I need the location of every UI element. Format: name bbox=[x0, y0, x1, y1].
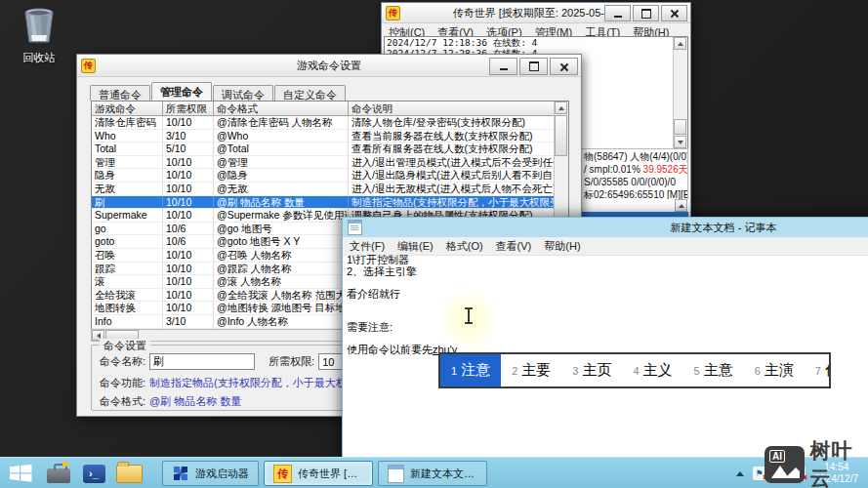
log-scrollbar[interactable] bbox=[673, 37, 687, 148]
text-line bbox=[347, 311, 868, 323]
table-cell: 制造指定物品(支持权限分配，小于最大权限受允许、禁 bbox=[349, 196, 555, 210]
notepad-titlebar[interactable]: 新建文本文档 - 记事本 bbox=[343, 218, 868, 237]
table-header-cell[interactable]: 所需权限 bbox=[163, 102, 214, 116]
table-cell: @管理 bbox=[214, 156, 349, 170]
table-cell: @刷 物品名称 数量 bbox=[214, 196, 349, 210]
server-manager-icon[interactable] bbox=[41, 458, 76, 488]
candidate-text: 主要 bbox=[521, 361, 551, 380]
ime-candidate-bar: 1注意2主要3主页4主义5主意6主演7住院 bbox=[438, 352, 831, 388]
table-cell: @召唤 人物名称 bbox=[214, 249, 349, 263]
menu-item[interactable]: 帮助(H) bbox=[544, 239, 580, 254]
table-row[interactable]: 管理10/10@管理进入/退出管理员模式(进入模式后不会受到任何角色攻击 bbox=[92, 156, 555, 170]
table-cell: 查看当前服务器在线人数(支持权限分配) bbox=[349, 130, 555, 143]
table-cell: 地图转换 bbox=[92, 302, 163, 315]
taskbar-app-legend-world[interactable]: 传 传奇世界 [授权期... bbox=[264, 461, 373, 486]
tab-自定义命令[interactable]: 自定义命令 bbox=[274, 85, 346, 101]
menu-item[interactable]: 编辑(E) bbox=[397, 239, 434, 254]
table-cell: @清除仓库密码 人物名称 bbox=[214, 116, 349, 130]
table-cell: 全给我滚 bbox=[92, 289, 163, 303]
minimize-button[interactable] bbox=[604, 5, 631, 21]
table-cell: @Total bbox=[214, 142, 349, 156]
table-cell: @全给我滚 人物名称 范围大小 bbox=[214, 289, 349, 303]
table-header-cell[interactable]: 命令格式 bbox=[214, 102, 349, 116]
recycle-bin-label: 回收站 bbox=[10, 51, 68, 65]
ime-candidate[interactable]: 5主意 bbox=[683, 354, 744, 386]
table-row[interactable]: 清除仓库密码10/10@清除仓库密码 人物名称清除人物仓库/登录密码(支持权限分… bbox=[92, 116, 555, 130]
table-cell: 10/10 bbox=[163, 116, 214, 130]
watermark: AI 树叶云 bbox=[765, 437, 868, 488]
table-cell: Who bbox=[92, 130, 163, 143]
game-app-icon: 传 bbox=[386, 6, 400, 20]
file-explorer-icon[interactable] bbox=[111, 458, 146, 488]
table-row[interactable]: Who3/10@Who查看当前服务器在线人数(支持权限分配) bbox=[92, 130, 555, 143]
taskbar-app-game-launcher[interactable]: 游戏启动器 bbox=[162, 461, 259, 486]
table-row[interactable]: 隐身10/10@隐身进入/退出隐身模式(进入模式后别人看不到自己)(支持权 bbox=[92, 169, 555, 183]
show-hidden-icons-icon[interactable] bbox=[736, 471, 744, 476]
start-button[interactable] bbox=[0, 458, 41, 488]
scroll-down-icon[interactable] bbox=[674, 136, 686, 148]
table-header-row: 游戏命令所需权限命令格式命令说明 bbox=[92, 102, 568, 116]
maximize-button[interactable] bbox=[519, 58, 548, 75]
table-cell: 管理 bbox=[92, 156, 163, 170]
ime-candidate[interactable]: 7住院 bbox=[805, 354, 831, 386]
dialog-app-icon: 传 bbox=[81, 59, 96, 73]
game-window-titlebar[interactable]: 传 传奇世界 [授权期限至: 2025-05-01] bbox=[382, 3, 690, 23]
table-row[interactable]: 无敌10/10@无敌进入/退出无敌模式(进入模式后人物不会死亡)(支持权限 bbox=[92, 183, 555, 196]
powershell-icon[interactable]: ›_ bbox=[76, 458, 111, 488]
command-function-label: 命令功能: bbox=[100, 376, 145, 390]
text-line: 看介绍就行 bbox=[347, 289, 868, 301]
ime-candidate[interactable]: 2主要 bbox=[501, 354, 561, 386]
recycle-bin[interactable]: 回收站 bbox=[10, 6, 68, 65]
command-format-value: @刷 物品名称 数量 bbox=[149, 394, 241, 409]
scroll-thumb[interactable] bbox=[674, 119, 686, 135]
ime-candidate[interactable]: 4主义 bbox=[622, 354, 682, 386]
license-days-remaining: 39.9526天 bbox=[643, 164, 688, 175]
desktop: 回收站 传 传奇世界 [授权期限至: 2025-05-01] 控制(C)查看(V… bbox=[0, 0, 868, 488]
table-cell: Supermake bbox=[92, 209, 163, 223]
menu-item[interactable]: 格式(O) bbox=[446, 239, 483, 254]
table-cell: 清除仓库密码 bbox=[92, 116, 163, 130]
tab-普通命令[interactable]: 普通命令 bbox=[90, 85, 150, 101]
menu-item[interactable]: 文件(F) bbox=[350, 239, 385, 254]
candidate-text: 主页 bbox=[582, 361, 611, 380]
command-name-input[interactable] bbox=[149, 353, 255, 370]
table-cell: Info bbox=[92, 315, 163, 329]
text-cursor-icon bbox=[468, 308, 470, 323]
close-button[interactable] bbox=[550, 58, 578, 75]
table-cell: @滚 人物名称 bbox=[214, 275, 349, 289]
scroll-up-icon[interactable] bbox=[675, 199, 687, 212]
tab-调试命令[interactable]: 调试命令 bbox=[213, 85, 273, 101]
close-button[interactable] bbox=[661, 5, 687, 21]
tab-管理命令[interactable]: 管理命令 bbox=[151, 82, 212, 101]
notepad-menu-bar: 文件(F)编辑(E)格式(O)查看(V)帮助(H) bbox=[343, 237, 868, 256]
taskbar-app-notepad[interactable]: 新建文本文档 - ... bbox=[378, 461, 487, 486]
notepad-icon bbox=[388, 465, 404, 483]
ime-candidate[interactable]: 6主演 bbox=[744, 354, 805, 386]
table-cell: @goto 地图号 X Y bbox=[214, 235, 349, 249]
menu-item[interactable]: 查看(V) bbox=[496, 239, 532, 254]
table-cell: @go 地图号 bbox=[214, 223, 349, 236]
table-header-cell[interactable]: 游戏命令 bbox=[92, 102, 163, 116]
scroll-up-icon[interactable] bbox=[555, 102, 567, 114]
table-row[interactable]: Total5/10@Total查看所有服务器在线人数(支持权限分配) bbox=[92, 142, 555, 156]
minimize-button[interactable] bbox=[489, 58, 517, 75]
notepad-icon bbox=[348, 220, 362, 235]
ime-candidate[interactable]: 1注意 bbox=[440, 354, 501, 386]
table-cell: 10/10 bbox=[163, 289, 214, 303]
maximize-button[interactable] bbox=[633, 5, 659, 21]
game-app-icon: 传 bbox=[273, 465, 292, 483]
table-cell: 召唤 bbox=[92, 249, 163, 263]
dialog-titlebar[interactable]: 传 游戏命令设置 bbox=[77, 55, 581, 77]
scroll-thumb[interactable] bbox=[555, 115, 567, 156]
text-line: 需要注意: bbox=[347, 322, 868, 334]
table-row[interactable]: 刷10/10@刷 物品名称 数量制造指定物品(支持权限分配，小于最大权限受允许、… bbox=[92, 196, 555, 210]
permission-label: 所需权限: bbox=[269, 354, 314, 369]
text-line: 1\打开控制器 bbox=[347, 255, 868, 266]
table-header-cell[interactable]: 命令说明 bbox=[349, 102, 568, 116]
table-cell: 进入/退出管理员模式(进入模式后不会受到任何角色攻击 bbox=[349, 156, 555, 170]
recycle-bin-icon bbox=[21, 6, 57, 45]
table-cell: goto bbox=[92, 235, 163, 249]
table-cell: 10/10 bbox=[163, 275, 214, 289]
ime-candidate[interactable]: 3主页 bbox=[561, 354, 622, 386]
scroll-up-icon[interactable] bbox=[674, 37, 686, 50]
